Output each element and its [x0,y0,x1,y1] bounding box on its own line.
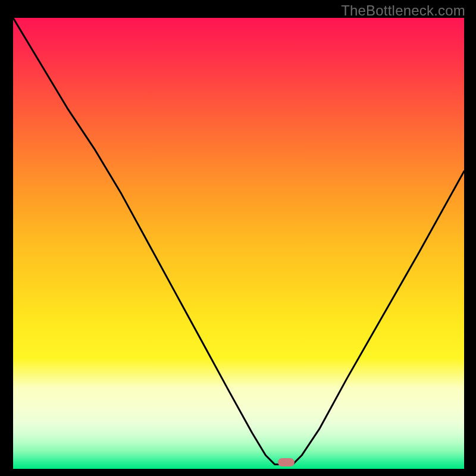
bottleneck-curve [13,18,464,469]
plot-area [13,18,464,469]
watermark-text: TheBottleneck.com [341,2,465,19]
optimal-marker [278,458,295,466]
chart-container: TheBottleneck.com [0,0,476,476]
curve-path [13,18,464,464]
